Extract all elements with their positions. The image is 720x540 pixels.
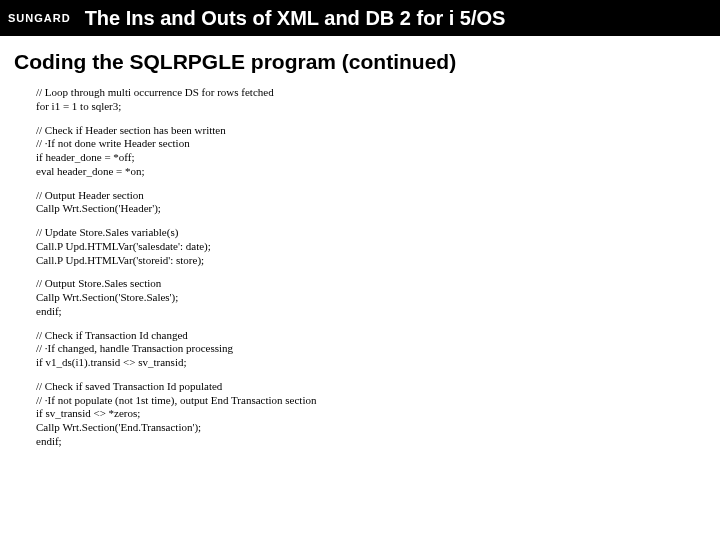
code-line: // Output Store.Sales section xyxy=(36,277,720,291)
code-line: Call.P Upd.HTMLVar('salesdate': date); xyxy=(36,240,720,254)
code-paragraph: // Output Header section Callp Wrt.Secti… xyxy=(36,189,720,217)
code-paragraph: // Update Store.Sales variable(s) Call.P… xyxy=(36,226,720,267)
code-line: Callp Wrt.Section('Header'); xyxy=(36,202,720,216)
code-line: eval header_done = *on; xyxy=(36,165,720,179)
code-paragraph: // Check if saved Transaction Id populat… xyxy=(36,380,720,449)
code-paragraph: // Output Store.Sales section Callp Wrt.… xyxy=(36,277,720,318)
code-line: // ·If not populate (not 1st time), outp… xyxy=(36,394,720,408)
code-block: // Loop through multi occurrence DS for … xyxy=(36,86,720,449)
code-line: // ·If not done write Header section xyxy=(36,137,720,151)
code-line: if header_done = *off; xyxy=(36,151,720,165)
code-paragraph: // Check if Transaction Id changed // ·I… xyxy=(36,329,720,370)
code-line: for i1 = 1 to sqler3; xyxy=(36,100,720,114)
code-line: // ·If changed, handle Transaction proce… xyxy=(36,342,720,356)
code-paragraph: // Check if Header section has been writ… xyxy=(36,124,720,179)
code-line: endif; xyxy=(36,305,720,319)
code-line: // Check if Transaction Id changed xyxy=(36,329,720,343)
code-line: if sv_transid <> *zeros; xyxy=(36,407,720,421)
section-title: Coding the SQLRPGLE program (continued) xyxy=(14,50,720,74)
code-line: // Loop through multi occurrence DS for … xyxy=(36,86,720,100)
code-line: // Check if Header section has been writ… xyxy=(36,124,720,138)
code-line: Call.P Upd.HTMLVar('storeid': store); xyxy=(36,254,720,268)
code-paragraph: // Loop through multi occurrence DS for … xyxy=(36,86,720,114)
code-line: // Update Store.Sales variable(s) xyxy=(36,226,720,240)
header-bar: SUNGARD The Ins and Outs of XML and DB 2… xyxy=(0,0,720,36)
code-line: Callp Wrt.Section('Store.Sales'); xyxy=(36,291,720,305)
brand-logo: SUNGARD xyxy=(0,12,81,24)
code-line: if v1_ds(i1).transid <> sv_transid; xyxy=(36,356,720,370)
code-line: endif; xyxy=(36,435,720,449)
code-line: Callp Wrt.Section('End.Transaction'); xyxy=(36,421,720,435)
page-title: The Ins and Outs of XML and DB 2 for i 5… xyxy=(85,7,506,30)
code-line: // Output Header section xyxy=(36,189,720,203)
code-line: // Check if saved Transaction Id populat… xyxy=(36,380,720,394)
